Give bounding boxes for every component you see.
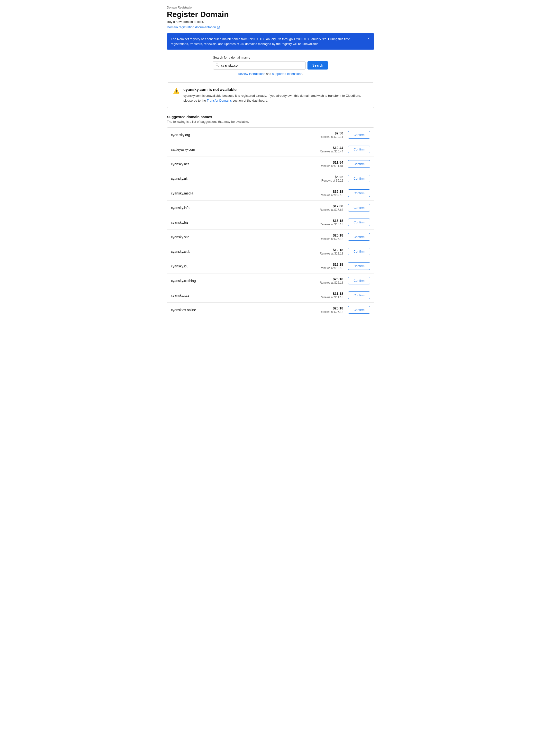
confirm-button[interactable]: Confirm: [348, 131, 370, 138]
domain-right: $25.18Renews at $25.18Confirm: [320, 233, 370, 241]
svg-line-0: [218, 26, 220, 28]
domain-price: $12.18: [320, 248, 343, 252]
domain-price: $7.50: [320, 131, 343, 135]
domain-right: $32.18Renews at $32.18Confirm: [320, 189, 370, 197]
confirm-button[interactable]: Confirm: [348, 233, 370, 241]
domain-renew: Renews at $25.18: [320, 237, 343, 241]
domain-price: $11.18: [320, 292, 343, 296]
domain-name: cattleyasky.com: [171, 147, 195, 151]
unavailable-title: cyansky.com is not available: [184, 88, 368, 92]
domain-price-block: $10.44Renews at $10.44: [320, 146, 343, 153]
confirm-button[interactable]: Confirm: [348, 218, 370, 226]
banner-close-button[interactable]: ×: [366, 36, 371, 41]
domain-price-block: $12.18Renews at $12.18: [320, 248, 343, 255]
domain-price: $25.18: [320, 233, 343, 237]
domain-row: cattleyasky.com$10.44Renews at $10.44Con…: [167, 142, 374, 157]
domain-name: cyansky.club: [171, 250, 190, 254]
domain-right: $25.18Renews at $25.18Confirm: [320, 306, 370, 314]
page-title: Register Domain: [167, 10, 374, 19]
confirm-button[interactable]: Confirm: [348, 204, 370, 211]
domain-price-block: $15.18Renews at $15.18: [320, 219, 343, 226]
confirm-button[interactable]: Confirm: [348, 189, 370, 197]
domain-price: $25.18: [320, 277, 343, 281]
domain-right: $7.50Renews at $10.11Confirm: [320, 131, 370, 138]
warning-icon: ⚠️: [173, 88, 180, 94]
search-input[interactable]: [213, 61, 305, 70]
domain-price: $17.68: [320, 204, 343, 208]
page-description: Buy a new domain at cost.: [167, 20, 374, 24]
domain-price-block: $32.18Renews at $32.18: [320, 190, 343, 197]
domain-price-block: $5.22Renews at $5.22: [321, 175, 343, 182]
confirm-button[interactable]: Confirm: [348, 292, 370, 299]
page-subtitle: Domain Registration: [167, 6, 374, 9]
domain-name: cyansky.net: [171, 162, 189, 166]
doc-link-label: Domain registration documentation: [167, 25, 216, 29]
domain-row: cyansky.site$25.18Renews at $25.18Confir…: [167, 230, 374, 244]
confirm-button[interactable]: Confirm: [348, 145, 370, 153]
confirm-button[interactable]: Confirm: [348, 175, 370, 182]
domain-price: $5.22: [321, 175, 343, 179]
suggestions-description: The following is a list of suggestions t…: [167, 120, 374, 124]
domain-renew: Renews at $10.44: [320, 150, 343, 153]
domain-renew: Renews at $25.18: [320, 310, 343, 314]
domain-right: $11.84Renews at $11.84Confirm: [320, 160, 370, 168]
domain-row: cyansky.info$17.68Renews at $17.68Confir…: [167, 200, 374, 215]
domain-right: $25.18Renews at $25.18Confirm: [320, 277, 370, 284]
domain-price-block: $25.18Renews at $25.18: [320, 306, 343, 314]
search-button[interactable]: Search: [307, 61, 328, 70]
domain-row: cyansky.club$12.18Renews at $12.18Confir…: [167, 244, 374, 259]
links-and: and: [265, 72, 272, 76]
domain-price: $15.18: [320, 219, 343, 223]
domain-right: $17.68Renews at $17.68Confirm: [320, 204, 370, 211]
unavailable-content: cyansky.com is not available cyansky.com…: [184, 88, 368, 103]
domain-row: cyansky.xyz$11.18Renews at $11.18Confirm: [167, 288, 374, 303]
unavailable-box: ⚠️ cyansky.com is not available cyansky.…: [167, 83, 374, 108]
links-period: .: [302, 72, 303, 76]
domain-row: cyansky.net$11.84Renews at $11.84Confirm: [167, 157, 374, 171]
confirm-button[interactable]: Confirm: [348, 306, 370, 314]
domain-price-block: $25.18Renews at $25.18: [320, 233, 343, 241]
search-input-wrap: [213, 61, 305, 70]
domain-row: cyansky.clothing$25.18Renews at $25.18Co…: [167, 274, 374, 288]
review-instructions-link[interactable]: Review instructions: [238, 72, 265, 76]
domain-row: cyanskies.online$25.18Renews at $25.18Co…: [167, 303, 374, 317]
unavailable-description: cyansky.com is unavailable because it is…: [184, 93, 368, 103]
domain-right: $5.22Renews at $5.22Confirm: [321, 175, 370, 182]
domain-row: cyansky.uk$5.22Renews at $5.22Confirm: [167, 171, 374, 186]
domain-renew: Renews at $11.18: [320, 296, 343, 299]
domain-price: $25.18: [320, 306, 343, 310]
search-icon: [216, 64, 219, 68]
transfer-domains-link[interactable]: Transfer Domains: [207, 99, 232, 102]
domain-right: $11.18Renews at $11.18Confirm: [320, 292, 370, 299]
supported-extensions-link[interactable]: supported extensions: [272, 72, 302, 76]
domain-price-block: $12.18Renews at $12.18: [320, 263, 343, 270]
domain-renew: Renews at $12.18: [320, 266, 343, 270]
banner-message: The Nominet registry has scheduled maint…: [171, 37, 350, 46]
domain-right: $12.18Renews at $12.18Confirm: [320, 262, 370, 270]
doc-link[interactable]: Domain registration documentation: [167, 25, 220, 29]
external-link-icon: [217, 26, 220, 29]
confirm-button[interactable]: Confirm: [348, 160, 370, 168]
confirm-button[interactable]: Confirm: [348, 248, 370, 255]
unavailable-desc-suffix: section of the dashboard.: [232, 99, 268, 102]
domain-price: $12.18: [320, 263, 343, 266]
domain-renew: Renews at $25.18: [320, 281, 343, 284]
search-links: Review instructions and supported extens…: [213, 72, 328, 76]
domain-name: cyansky.biz: [171, 220, 188, 224]
domain-row: cyansky.media$32.18Renews at $32.18Confi…: [167, 186, 374, 200]
confirm-button[interactable]: Confirm: [348, 277, 370, 284]
domain-name: cyansky.xyz: [171, 293, 189, 297]
domain-row: cyansky.icu$12.18Renews at $12.18Confirm: [167, 259, 374, 274]
domain-list: cyan-sky.org$7.50Renews at $10.11Confirm…: [167, 127, 374, 317]
domain-right: $12.18Renews at $12.18Confirm: [320, 248, 370, 255]
domain-renew: Renews at $11.84: [320, 164, 343, 168]
domain-name: cyanskies.online: [171, 308, 196, 312]
domain-row: cyan-sky.org$7.50Renews at $10.11Confirm: [167, 127, 374, 142]
svg-line-2: [218, 66, 219, 67]
domain-row: cyansky.biz$15.18Renews at $15.18Confirm: [167, 215, 374, 230]
domain-price-block: $7.50Renews at $10.11: [320, 131, 343, 138]
confirm-button[interactable]: Confirm: [348, 262, 370, 270]
domain-name: cyansky.icu: [171, 264, 188, 268]
domain-renew: Renews at $10.11: [320, 135, 343, 138]
domain-renew: Renews at $32.18: [320, 193, 343, 197]
